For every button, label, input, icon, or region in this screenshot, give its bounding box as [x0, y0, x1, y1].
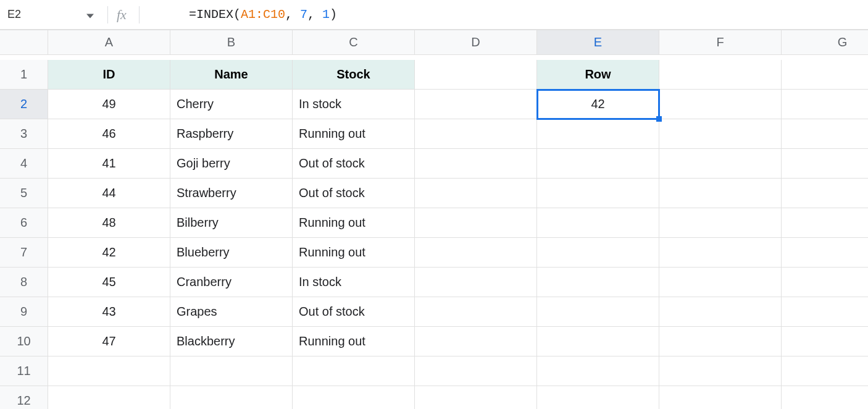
- col-header-C[interactable]: C: [293, 30, 415, 55]
- cell-A12[interactable]: [48, 386, 170, 409]
- cell-G3[interactable]: [782, 119, 868, 149]
- cell-B7[interactable]: Blueberry: [170, 238, 293, 268]
- cell-A7[interactable]: 42: [48, 238, 170, 268]
- cell-G11[interactable]: [782, 356, 868, 386]
- cell-A9[interactable]: 43: [48, 297, 170, 327]
- cell-C3[interactable]: Running out: [293, 119, 415, 149]
- cell-G8[interactable]: [782, 268, 868, 297]
- row-header-7[interactable]: 7: [0, 238, 48, 268]
- cell-G12[interactable]: [782, 386, 868, 409]
- cell-D6[interactable]: [415, 208, 537, 238]
- cell-F9[interactable]: [659, 297, 782, 327]
- cell-E12[interactable]: [537, 386, 659, 409]
- cell-E2[interactable]: 42: [537, 90, 659, 119]
- cell-C12[interactable]: [293, 386, 415, 409]
- col-header-E[interactable]: E: [537, 30, 659, 55]
- cell-C9[interactable]: Out of stock: [293, 297, 415, 327]
- cell-C1[interactable]: Stock: [293, 60, 415, 90]
- cell-D9[interactable]: [415, 297, 537, 327]
- cell-C2[interactable]: In stock: [293, 90, 415, 119]
- cell-E9[interactable]: [537, 297, 659, 327]
- cell-C10[interactable]: Running out: [293, 327, 415, 356]
- cell-D12[interactable]: [415, 386, 537, 409]
- cell-F8[interactable]: [659, 268, 782, 297]
- cell-B3[interactable]: Raspberry: [170, 119, 293, 149]
- cell-F6[interactable]: [659, 208, 782, 238]
- row-header-11[interactable]: 11: [0, 356, 48, 386]
- cell-F10[interactable]: [659, 327, 782, 356]
- cell-D1[interactable]: [415, 60, 537, 90]
- cell-E10[interactable]: [537, 327, 659, 356]
- cell-A10[interactable]: 47: [48, 327, 170, 356]
- cell-C5[interactable]: Out of stock: [293, 179, 415, 208]
- cell-G5[interactable]: [782, 179, 868, 208]
- row-header-4[interactable]: 4: [0, 149, 48, 179]
- cell-D3[interactable]: [415, 119, 537, 149]
- cell-B5[interactable]: Strawberry: [170, 179, 293, 208]
- cell-E6[interactable]: [537, 208, 659, 238]
- cell-B10[interactable]: Blackberry: [170, 327, 293, 356]
- cell-G2[interactable]: [782, 90, 868, 119]
- cell-D7[interactable]: [415, 238, 537, 268]
- cell-F1[interactable]: [659, 60, 782, 90]
- cell-F3[interactable]: [659, 119, 782, 149]
- cell-C7[interactable]: Running out: [293, 238, 415, 268]
- cell-F4[interactable]: [659, 149, 782, 179]
- cell-G6[interactable]: [782, 208, 868, 238]
- cell-A4[interactable]: 41: [48, 149, 170, 179]
- cell-B9[interactable]: Grapes: [170, 297, 293, 327]
- cell-A8[interactable]: 45: [48, 268, 170, 297]
- name-box-dropdown-icon[interactable]: [64, 7, 101, 22]
- select-all-corner[interactable]: [0, 30, 48, 55]
- cell-B11[interactable]: [170, 356, 293, 386]
- col-header-B[interactable]: B: [170, 30, 293, 55]
- cell-G10[interactable]: [782, 327, 868, 356]
- name-box[interactable]: E2: [2, 6, 64, 23]
- cell-A5[interactable]: 44: [48, 179, 170, 208]
- spreadsheet-grid[interactable]: A B C D E F G 1 ID Name Stock Row 2 49 C…: [0, 30, 868, 409]
- cell-F2[interactable]: [659, 90, 782, 119]
- row-header-5[interactable]: 5: [0, 179, 48, 208]
- cell-G9[interactable]: [782, 297, 868, 327]
- row-header-6[interactable]: 6: [0, 208, 48, 238]
- cell-C11[interactable]: [293, 356, 415, 386]
- cell-D2[interactable]: [415, 90, 537, 119]
- cell-F12[interactable]: [659, 386, 782, 409]
- cell-B12[interactable]: [170, 386, 293, 409]
- col-header-D[interactable]: D: [415, 30, 537, 55]
- cell-E11[interactable]: [537, 356, 659, 386]
- cell-E5[interactable]: [537, 179, 659, 208]
- cell-C6[interactable]: Running out: [293, 208, 415, 238]
- cell-D8[interactable]: [415, 268, 537, 297]
- row-header-12[interactable]: 12: [0, 386, 48, 409]
- cell-F5[interactable]: [659, 179, 782, 208]
- row-header-10[interactable]: 10: [0, 327, 48, 356]
- cell-E8[interactable]: [537, 268, 659, 297]
- col-header-G[interactable]: G: [782, 30, 868, 55]
- col-header-F[interactable]: F: [659, 30, 782, 55]
- cell-C8[interactable]: In stock: [293, 268, 415, 297]
- cell-B6[interactable]: Bilberry: [170, 208, 293, 238]
- cell-A2[interactable]: 49: [48, 90, 170, 119]
- cell-G7[interactable]: [782, 238, 868, 268]
- cell-A3[interactable]: 46: [48, 119, 170, 149]
- cell-B1[interactable]: Name: [170, 60, 293, 90]
- cell-F11[interactable]: [659, 356, 782, 386]
- cell-G1[interactable]: [782, 60, 868, 90]
- row-header-9[interactable]: 9: [0, 297, 48, 327]
- cell-E7[interactable]: [537, 238, 659, 268]
- row-header-8[interactable]: 8: [0, 268, 48, 297]
- cell-B8[interactable]: Cranberry: [170, 268, 293, 297]
- row-header-1[interactable]: 1: [0, 60, 48, 90]
- row-header-2[interactable]: 2: [0, 90, 48, 119]
- cell-E4[interactable]: [537, 149, 659, 179]
- cell-B2[interactable]: Cherry: [170, 90, 293, 119]
- cell-A11[interactable]: [48, 356, 170, 386]
- cell-C4[interactable]: Out of stock: [293, 149, 415, 179]
- cell-D4[interactable]: [415, 149, 537, 179]
- row-header-3[interactable]: 3: [0, 119, 48, 149]
- cell-D10[interactable]: [415, 327, 537, 356]
- cell-E1[interactable]: Row: [537, 60, 659, 90]
- cell-F7[interactable]: [659, 238, 782, 268]
- cell-E3[interactable]: [537, 119, 659, 149]
